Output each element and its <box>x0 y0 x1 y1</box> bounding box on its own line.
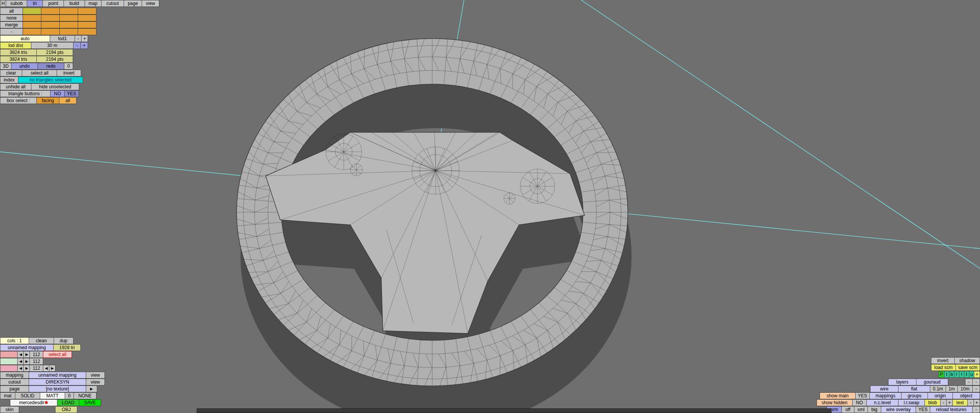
swatch3-next[interactable]: ► <box>23 365 30 372</box>
cutout-view-button[interactable]: view <box>86 379 105 385</box>
layers-button[interactable]: layers <box>888 379 916 385</box>
group-matrix-cell[interactable] <box>41 8 60 15</box>
tab-build[interactable]: build <box>64 0 85 7</box>
cutout-selector[interactable]: DIREKSYN <box>29 379 86 385</box>
group-matrix-cell[interactable] <box>78 8 96 15</box>
lod1-button[interactable]: lod1 <box>50 35 75 42</box>
save-button[interactable]: SAVE <box>79 399 101 406</box>
clear-button[interactable]: clear <box>0 70 22 76</box>
group-matrix-cell[interactable] <box>78 21 96 28</box>
group-matrix-cell[interactable] <box>78 28 96 35</box>
show-main-yes[interactable]: YES <box>855 392 870 399</box>
grid-dash-button[interactable]: - <box>972 385 980 392</box>
tiny-l-button[interactable]: l <box>959 371 964 378</box>
hide-unselected-button[interactable]: hide unselected <box>31 83 79 90</box>
mat-solid-button[interactable]: SOLID <box>15 392 40 399</box>
invert-selection-button[interactable]: invert <box>57 70 81 76</box>
flat-button[interactable]: flat <box>898 385 930 392</box>
tab-map[interactable]: map <box>85 0 101 7</box>
wire-overlay-button[interactable]: wire overlay <box>881 406 916 413</box>
origin-button[interactable]: origin <box>928 392 953 399</box>
group-matrix-cell[interactable] <box>41 15 60 21</box>
group-matrix-cell[interactable] <box>41 28 60 35</box>
lod-auto-button[interactable]: auto <box>0 35 50 42</box>
mat-matt-button[interactable]: MATT <box>40 392 65 399</box>
material-file-name[interactable]: mercedesdir✱ <box>10 399 57 406</box>
swatch1-next[interactable]: ► <box>23 351 30 358</box>
show-hidden-button[interactable]: show hidden <box>817 399 853 406</box>
swatch-select-all[interactable]: select all <box>43 351 72 358</box>
mapping-button[interactable]: mapping <box>0 372 29 379</box>
show-hidden-no[interactable]: NO <box>852 399 867 406</box>
lr-swap-button[interactable]: l.r.swap <box>898 399 925 406</box>
group-matrix-cell[interactable] <box>23 28 41 35</box>
redo-button[interactable]: redo <box>38 63 64 70</box>
tiny-u-button[interactable]: u <box>969 371 974 378</box>
dup-button[interactable]: dup <box>54 337 74 344</box>
lod-dist-value[interactable]: 30 m <box>31 42 74 49</box>
lod-plus-button[interactable]: + <box>81 35 88 42</box>
tiny-t-button[interactable]: t <box>944 371 949 378</box>
groups-button[interactable]: groups <box>901 392 928 399</box>
groups-none-button[interactable]: none <box>0 15 23 21</box>
box-select-all[interactable]: all <box>59 97 77 104</box>
object-button[interactable]: object <box>952 392 980 399</box>
nrm-off[interactable]: off <box>841 406 854 413</box>
select-all-button[interactable]: select all <box>22 70 57 76</box>
shadow-button[interactable]: shadow <box>954 357 980 364</box>
tiny-b-button[interactable]: b <box>949 371 954 378</box>
render-dash-2[interactable]: - <box>972 379 980 385</box>
unhide-all-button[interactable]: unhide all <box>0 83 31 90</box>
undo-button[interactable]: undo <box>11 63 38 70</box>
grid-1m-button[interactable]: 1m <box>946 385 958 392</box>
bottom-scrollbar[interactable] <box>197 408 831 413</box>
swatch3-prev2[interactable]: ◄ <box>43 365 49 372</box>
page-next-button[interactable]: ► <box>86 385 97 392</box>
group-matrix-cell[interactable] <box>59 8 78 15</box>
groups-dash-button[interactable]: - <box>0 28 23 35</box>
triangle-buttons-no[interactable]: NO <box>50 90 65 97</box>
tab-subob[interactable]: subob <box>6 0 27 7</box>
nc-level-button[interactable]: n.c.level <box>866 399 898 406</box>
blob-minus[interactable]: - <box>940 399 947 406</box>
nrm-big[interactable]: big <box>867 406 881 413</box>
group-matrix-cell[interactable] <box>59 28 78 35</box>
lod-dist-minus[interactable]: - <box>73 42 81 49</box>
box-select-facing[interactable]: facing <box>36 97 59 104</box>
swatch2-next[interactable]: ► <box>23 358 30 365</box>
menu-handle[interactable]: H <box>0 0 6 7</box>
groups-merge-button[interactable]: merge <box>0 21 23 28</box>
nrm-sml[interactable]: sml <box>854 406 868 413</box>
mapping-selector[interactable]: unnamed mapping <box>29 372 86 379</box>
index-button[interactable]: index <box>0 76 18 83</box>
mapping-view-button[interactable]: view <box>86 372 105 379</box>
load-scm-button[interactable]: load scm <box>931 364 956 371</box>
color-swatch-3[interactable] <box>0 365 18 372</box>
mat-zero-value[interactable]: 0 <box>65 392 74 399</box>
obj-button[interactable]: OBJ <box>55 406 77 413</box>
grid-01m-button[interactable]: 0.1m <box>930 385 946 392</box>
save-scm-button[interactable]: save scm <box>956 364 980 371</box>
tab-page[interactable]: page <box>124 0 142 7</box>
blob-plus[interactable]: + <box>946 399 953 406</box>
text-button[interactable]: text <box>952 399 968 406</box>
tiny-t2-button[interactable]: t <box>964 371 969 378</box>
cutout-button[interactable]: cutout <box>0 379 29 385</box>
reload-textures-button[interactable]: reload textures <box>930 406 973 413</box>
group-matrix-cell[interactable] <box>78 15 96 21</box>
group-matrix-cell[interactable] <box>59 15 78 21</box>
color-swatch-2[interactable] <box>0 358 18 365</box>
mat-none-button[interactable]: NONE <box>74 392 96 399</box>
mat-button[interactable]: mat <box>0 392 15 399</box>
tiny-r-button[interactable]: r <box>954 371 959 378</box>
swatch3-prev[interactable]: ◄ <box>17 365 24 372</box>
group-matrix-cell[interactable] <box>41 21 60 28</box>
render-dash-1[interactable]: - <box>965 379 973 385</box>
text-minus[interactable]: - <box>967 399 974 406</box>
lod-minus-button[interactable]: - <box>75 35 82 42</box>
load-button[interactable]: LOAD <box>57 399 79 406</box>
blob-button[interactable]: blob <box>924 399 941 406</box>
invert-view-button[interactable]: invert <box>931 357 955 364</box>
page-button[interactable]: page <box>0 385 29 392</box>
triangle-buttons-yes[interactable]: YES <box>64 90 79 97</box>
